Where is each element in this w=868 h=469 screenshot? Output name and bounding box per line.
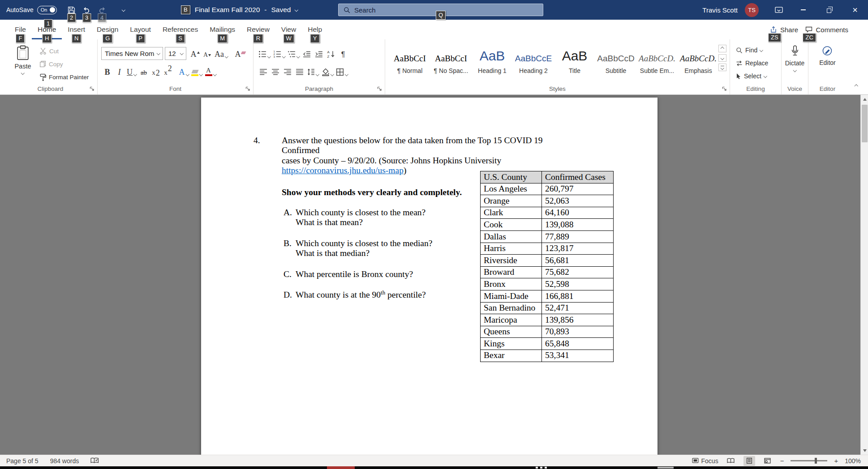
styles-scroll-up-button[interactable] (718, 45, 726, 52)
find-button[interactable]: Find (736, 46, 768, 55)
cases-cell[interactable]: 52,471 (542, 302, 614, 314)
county-cell[interactable]: Maricopa (481, 314, 542, 326)
line-spacing-button[interactable] (305, 64, 320, 78)
style-gallery-item[interactable]: AaBbCcI ¶ Normal (390, 44, 430, 74)
county-cell[interactable]: Bexar (481, 350, 542, 362)
cases-header[interactable]: Confirmed Cases (542, 171, 614, 183)
align-center-button[interactable] (269, 64, 281, 78)
ribbon-tab[interactable]: View W (275, 20, 302, 39)
show-marks-button[interactable]: ¶ (337, 47, 349, 60)
cases-cell[interactable]: 56,681 (542, 255, 614, 267)
styles-dialog-launcher[interactable] (722, 86, 727, 91)
highlight-button[interactable] (190, 64, 204, 78)
print-layout-button[interactable] (743, 456, 755, 466)
qat-customize-button[interactable] (116, 0, 131, 20)
copy-button[interactable]: Copy (39, 60, 97, 68)
county-cell[interactable]: Clark (481, 207, 542, 219)
sort-button[interactable]: A Z (325, 47, 337, 60)
vertical-scrollbar[interactable] (860, 95, 868, 455)
clipboard-dialog-launcher[interactable] (90, 86, 95, 91)
ribbon-tab[interactable]: Review R (241, 20, 275, 39)
county-cell[interactable]: Kings (481, 338, 542, 350)
proofing-errors-button[interactable] (90, 457, 99, 464)
zoom-slider[interactable] (791, 460, 827, 461)
superscript-button[interactable]: x2 (162, 64, 174, 78)
replace-button[interactable]: Replace (736, 59, 768, 68)
restore-button[interactable] (816, 0, 842, 20)
cases-cell[interactable]: 139,088 (542, 219, 614, 231)
county-cell[interactable]: Broward (481, 266, 542, 278)
zoom-percentage[interactable]: 100% (845, 457, 861, 465)
county-cell[interactable]: Orange (481, 195, 542, 207)
county-header[interactable]: U.S. County (481, 171, 542, 183)
styles-scroll-down-button[interactable] (718, 54, 726, 62)
save-button[interactable]: 2 (64, 0, 79, 20)
zoom-in-button[interactable]: + (834, 457, 838, 465)
editor-button[interactable]: Editor (808, 45, 847, 66)
ribbon-tab[interactable]: Layout P (124, 20, 157, 39)
style-gallery-item[interactable]: AaBbCcD Subtitle (596, 44, 636, 74)
county-cell[interactable]: Riverside (481, 255, 542, 267)
search-box[interactable]: Search Q (338, 4, 543, 16)
strikethrough-button[interactable]: ab (138, 64, 150, 78)
font-size-combo[interactable]: 12 (165, 47, 186, 60)
ribbon-tab[interactable]: Design G (91, 20, 124, 39)
county-cell[interactable]: Miami-Dade (481, 290, 542, 302)
scroll-up-button[interactable] (861, 95, 868, 103)
county-cell[interactable]: Cook (481, 219, 542, 231)
multilevel-list-button[interactable] (286, 47, 301, 60)
justify-button[interactable] (293, 64, 305, 78)
grow-font-button[interactable]: A (189, 47, 201, 60)
county-cell[interactable]: San Bernadino (481, 302, 542, 314)
share-button[interactable]: Share ZS (770, 20, 798, 39)
change-case-button[interactable]: Aa (213, 47, 229, 60)
county-cell[interactable]: Harris (481, 243, 542, 255)
county-cell[interactable]: Los Angeles (481, 183, 542, 195)
shrink-font-button[interactable]: A (201, 47, 213, 60)
cases-cell[interactable]: 52,598 (542, 278, 614, 290)
collapse-ribbon-button[interactable] (852, 83, 861, 90)
zoom-slider-thumb[interactable] (815, 458, 817, 464)
undo-button[interactable]: 3 (79, 0, 95, 20)
read-mode-button[interactable] (725, 456, 737, 466)
font-size-dropdown[interactable] (178, 47, 186, 60)
document-page[interactable]: 4. Answer the questions below for the da… (201, 98, 657, 455)
style-gallery-item[interactable]: AaBbCcE Heading 2 (513, 44, 554, 74)
comments-button[interactable]: Comments ZC (805, 20, 848, 39)
cases-cell[interactable]: 64,160 (542, 207, 614, 219)
minimize-button[interactable] (790, 0, 816, 20)
align-left-button[interactable] (257, 64, 269, 78)
ribbon-display-options-button[interactable] (768, 0, 790, 20)
increase-indent-button[interactable] (313, 47, 325, 60)
bullets-button[interactable] (257, 47, 272, 60)
text-effects-button[interactable]: A (178, 64, 190, 78)
ribbon-tab[interactable]: References S (157, 20, 204, 39)
word-count[interactable]: 984 words (50, 457, 79, 465)
style-gallery-item[interactable]: AaB Title (554, 44, 595, 74)
cut-button[interactable]: Cut (39, 47, 97, 55)
cases-cell[interactable]: 75,682 (542, 266, 614, 278)
cases-cell[interactable]: 123,817 (542, 243, 614, 255)
county-cell[interactable]: Queens (481, 326, 542, 338)
borders-button[interactable] (335, 64, 349, 78)
zoom-out-button[interactable]: − (780, 457, 784, 465)
dictate-button[interactable]: Dictate (782, 45, 808, 72)
page-indicator[interactable]: Page 5 of 5 (6, 457, 39, 465)
ribbon-tab[interactable]: Help Y (302, 20, 328, 39)
title-dropdown-icon[interactable] (295, 8, 298, 12)
paragraph-dialog-launcher[interactable] (377, 86, 382, 91)
style-gallery-item[interactable]: AaBbCcD. Subtle Em... (637, 44, 677, 74)
decrease-indent-button[interactable] (301, 47, 313, 60)
italic-button[interactable]: I (113, 64, 125, 78)
jhu-link[interactable]: https://coronavirus.jhu.edu/us-map (282, 166, 404, 175)
underline-button[interactable]: U (125, 64, 138, 78)
cases-cell[interactable]: 53,341 (542, 350, 614, 362)
font-color-button[interactable]: A (204, 64, 218, 78)
font-dialog-launcher[interactable] (245, 86, 250, 91)
cases-cell[interactable]: 260,797 (542, 183, 614, 195)
close-button[interactable]: × (842, 0, 868, 20)
align-right-button[interactable] (281, 64, 293, 78)
bold-button[interactable]: B (101, 64, 113, 78)
clear-formatting-button[interactable]: A (234, 47, 247, 60)
autosave-toggle[interactable]: On (37, 6, 57, 14)
